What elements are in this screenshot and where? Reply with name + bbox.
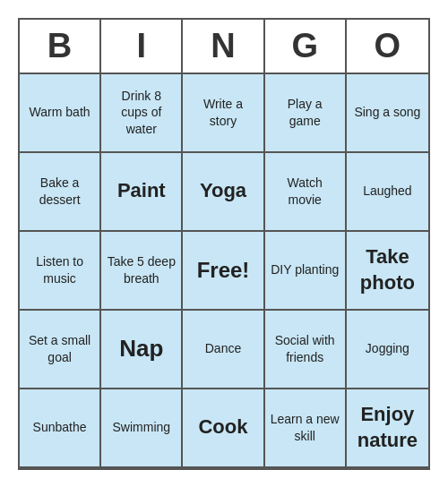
bingo-cell: Cook	[183, 389, 264, 468]
bingo-cell: Watch movie	[265, 153, 347, 232]
bingo-header: BINGO	[20, 20, 428, 74]
bingo-cell: Dance	[183, 311, 264, 389]
bingo-cell: Play a game	[265, 74, 347, 153]
bingo-cell: Drink 8 cups of water	[101, 74, 183, 153]
bingo-cell: Bake a dessert	[20, 153, 101, 232]
bingo-cell: Warm bath	[20, 74, 101, 153]
header-letter: O	[347, 20, 428, 73]
bingo-cell: Sunbathe	[20, 389, 101, 468]
bingo-cell: DIY planting	[265, 232, 347, 311]
header-letter: G	[265, 20, 347, 73]
bingo-cell: Swimming	[101, 389, 183, 468]
bingo-cell: Yoga	[183, 153, 264, 232]
bingo-cell: Enjoy nature	[347, 389, 428, 468]
bingo-card: BINGO Warm bathDrink 8 cups of waterWrit…	[18, 18, 430, 470]
bingo-cell: Free!	[183, 232, 264, 311]
bingo-cell: Sing a song	[347, 74, 428, 153]
bingo-cell: Write a story	[183, 74, 264, 153]
header-letter: I	[101, 20, 183, 73]
header-letter: N	[183, 20, 264, 73]
bingo-cell: Laughed	[347, 153, 428, 232]
bingo-cell: Paint	[101, 153, 183, 232]
bingo-cell: Nap	[101, 311, 183, 389]
bingo-cell: Take photo	[347, 232, 428, 311]
bingo-cell: Social with friends	[265, 311, 347, 389]
bingo-cell: Learn a new skill	[265, 389, 347, 468]
bingo-cell: Jogging	[347, 311, 428, 389]
bingo-cell: Listen to music	[20, 232, 101, 311]
bingo-cell: Set a small goal	[20, 311, 101, 389]
bingo-cell: Take 5 deep breath	[101, 232, 183, 311]
bingo-grid: Warm bathDrink 8 cups of waterWrite a st…	[20, 74, 428, 468]
header-letter: B	[20, 20, 101, 73]
